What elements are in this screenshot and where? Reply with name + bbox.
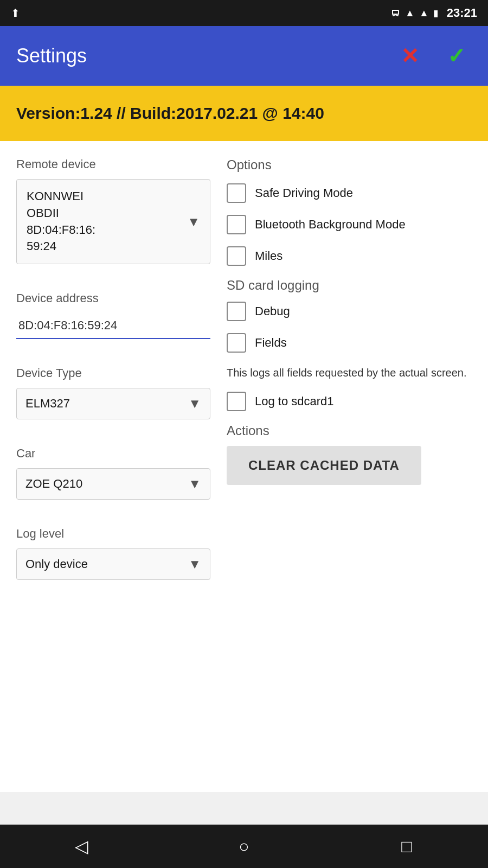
bluetooth-icon: ⯳ <box>391 8 401 19</box>
remote-device-label: Remote device <box>16 157 210 171</box>
miles-row: Miles <box>227 246 472 266</box>
fields-checkbox[interactable] <box>227 333 246 353</box>
miles-checkbox[interactable] <box>227 246 246 266</box>
right-column: Options Safe Driving Mode Bluetooth Back… <box>221 157 472 776</box>
device-type-value: ELM327 <box>25 397 70 411</box>
device-type-dropdown[interactable]: ELM327 ▼ <box>16 388 210 419</box>
bottom-nav: ◁ ○ □ <box>0 825 488 868</box>
log-level-value: Only device <box>25 557 88 571</box>
car-dropdown[interactable]: ZOE Q210 ▼ <box>16 468 210 500</box>
battery-icon: ▮ <box>433 8 438 18</box>
home-icon: ○ <box>239 837 249 857</box>
version-text: Version:1.24 // Build:2017.02.21 @ 14:40 <box>16 104 324 122</box>
remote-device-arrow-icon: ▼ <box>187 214 200 229</box>
time-display: 23:21 <box>447 6 477 20</box>
remote-device-dropdown[interactable]: KONNWEIOBDII8D:04:F8:16:59:24 ▼ <box>16 179 210 264</box>
back-button[interactable]: ◁ <box>60 830 103 863</box>
home-button[interactable]: ○ <box>222 830 266 863</box>
debug-label: Debug <box>255 304 290 320</box>
info-text: This logs all fields requested by the ac… <box>227 365 472 381</box>
log-level-label: Log level <box>16 527 210 541</box>
safe-driving-checkbox[interactable] <box>227 183 246 203</box>
log-to-sdcard-label: Log to sdcard1 <box>255 394 334 410</box>
upload-icon: ⬆ <box>11 7 20 20</box>
log-level-dropdown[interactable]: Only device ▼ <box>16 548 210 580</box>
status-bar-left: ⬆ <box>11 7 20 20</box>
recent-icon: □ <box>401 837 412 857</box>
signal-icon: ▲ <box>419 8 429 19</box>
recent-apps-button[interactable]: □ <box>385 830 428 863</box>
actions-label: Actions <box>227 423 472 438</box>
confirm-button[interactable]: ✓ <box>441 41 472 71</box>
version-banner: Version:1.24 // Build:2017.02.21 @ 14:40 <box>0 86 488 141</box>
clear-cached-data-button[interactable]: CLEAR CACHED DATA <box>227 446 421 485</box>
bluetooth-bg-row: Bluetooth Background Mode <box>227 215 472 234</box>
log-level-arrow-icon: ▼ <box>188 557 201 572</box>
status-bar: ⬆ ⯳ ▲ ▲ ▮ 23:21 <box>0 0 488 26</box>
car-arrow-icon: ▼ <box>188 476 201 492</box>
left-column: Remote device KONNWEIOBDII8D:04:F8:16:59… <box>16 157 221 776</box>
remote-device-value: KONNWEIOBDII8D:04:F8:16:59:24 <box>27 188 95 255</box>
bluetooth-bg-checkbox[interactable] <box>227 215 246 234</box>
device-address-label: Device address <box>16 291 210 305</box>
miles-label: Miles <box>255 248 282 264</box>
toolbar-actions: ✕ ✓ <box>395 41 472 71</box>
log-to-sdcard-checkbox[interactable] <box>227 392 246 411</box>
safe-driving-row: Safe Driving Mode <box>227 183 472 203</box>
debug-row: Debug <box>227 302 472 321</box>
car-value: ZOE Q210 <box>25 477 82 491</box>
fields-label: Fields <box>255 335 287 351</box>
page-title: Settings <box>16 44 87 67</box>
device-type-arrow-icon: ▼ <box>188 396 201 411</box>
car-label: Car <box>16 446 210 461</box>
wifi-icon: ▲ <box>405 8 415 19</box>
cancel-button[interactable]: ✕ <box>395 41 425 71</box>
safe-driving-label: Safe Driving Mode <box>255 186 353 201</box>
status-bar-right: ⯳ ▲ ▲ ▮ 23:21 <box>391 6 477 20</box>
main-content: Remote device KONNWEIOBDII8D:04:F8:16:59… <box>0 141 488 792</box>
back-icon: ◁ <box>75 836 88 857</box>
sd-card-logging-label: SD card logging <box>227 278 472 293</box>
toolbar: Settings ✕ ✓ <box>0 26 488 86</box>
log-to-sdcard-row: Log to sdcard1 <box>227 392 472 411</box>
device-type-label: Device Type <box>16 366 210 380</box>
debug-checkbox[interactable] <box>227 302 246 321</box>
options-label: Options <box>227 157 472 173</box>
bluetooth-bg-label: Bluetooth Background Mode <box>255 217 406 233</box>
device-address-input[interactable] <box>16 313 210 339</box>
fields-row: Fields <box>227 333 472 353</box>
